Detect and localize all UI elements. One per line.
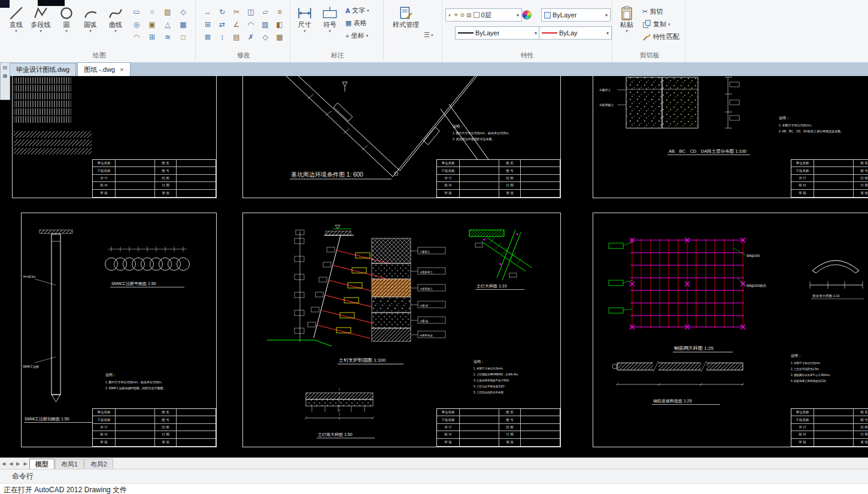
- printer-icon: ▤: [466, 12, 472, 18]
- lineweight-dropdown[interactable]: ByLay ▾: [539, 26, 612, 40]
- prev-layout-button[interactable]: ◀: [7, 461, 14, 466]
- excavation-base-line: [267, 229, 351, 346]
- rectangle-tool-button[interactable]: ▭: [129, 5, 144, 18]
- command-line-input[interactable]: 命令行: [0, 469, 868, 483]
- block-tool-button[interactable]: ⊞: [145, 31, 159, 43]
- copy-button[interactable]: 复制 ▾: [641, 18, 681, 31]
- region-tool-button[interactable]: ▣: [145, 18, 159, 31]
- chevron-down-icon: ▾: [89, 29, 92, 33]
- text-button[interactable]: A 文字 ▾: [344, 4, 371, 17]
- line-button[interactable]: 直线 ▾: [5, 4, 28, 48]
- table-tool-button[interactable]: ▦: [176, 18, 190, 31]
- break-tool-button[interactable]: ◧: [272, 18, 287, 31]
- mirror-tool-button[interactable]: ◫: [244, 5, 258, 18]
- mesh-spacing-label: Φ8@200: [746, 254, 760, 257]
- drain-pipe-title: 泄水管大样图 1:10: [812, 294, 839, 298]
- title-block: 单位名称图 名 工程名称图 号 设 计比 例 校 对日 期 审 核第 张: [436, 408, 560, 447]
- lap-splice-title: 钢筋搭接构造图 1:25: [652, 399, 692, 404]
- nail-head-boxes: [308, 247, 335, 327]
- erase-tool-button[interactable]: ✗: [244, 31, 258, 43]
- fillet-tool-button[interactable]: ◠: [244, 18, 258, 31]
- diagonal-hatch-bands: [14, 131, 92, 154]
- properties-row-1: ◐ ☀ ⊘ ▤ 0层 ▾ ByLayer ▾: [445, 8, 609, 22]
- polygon-tool-button[interactable]: ◇: [176, 5, 190, 18]
- color-wheel-icon[interactable]: [522, 10, 532, 20]
- boundary-tool-button[interactable]: □: [176, 31, 190, 43]
- revcloud-tool-button[interactable]: ◠: [129, 31, 144, 43]
- ellipse-tool-button[interactable]: ○: [145, 5, 159, 18]
- svg-text:0.1: 0.1: [325, 11, 332, 17]
- last-layout-button[interactable]: ▶: [22, 461, 29, 466]
- menu-icon: ☰: [424, 31, 430, 39]
- close-tab-icon[interactable]: ×: [120, 66, 123, 73]
- soil-layer-texts: ①素填土 ②粉质黏土 ③淤泥质土 ④粉 砂 ⑤圆 砾 ⑥强风化岩: [420, 250, 433, 337]
- lineweight-value: ByLay: [559, 29, 578, 37]
- circle-button[interactable]: 圆 ▾: [57, 4, 75, 48]
- wipeout-tool-button[interactable]: ≋: [160, 31, 175, 43]
- title-block-grid: 单位名称图 名 工程名称图 号 设 计比 例 校 对日 期 审 核第 张: [791, 409, 868, 446]
- linetype-dropdown[interactable]: ByLayer ▾: [455, 26, 540, 40]
- draw-group-label: 绘图: [4, 51, 195, 60]
- palette-toggle-button-2[interactable]: ▦: [3, 73, 8, 79]
- lengthen-tool-button[interactable]: ↕: [215, 31, 229, 43]
- svg-text:⑤圆 砾: ⑤圆 砾: [420, 320, 429, 323]
- chevron-down-icon: ▾: [40, 29, 42, 33]
- donut-tool-button[interactable]: ◎: [129, 18, 144, 31]
- stretch-tool-button[interactable]: ⇄: [215, 18, 229, 31]
- drawing-sheet-6: Φ8@200 Φ8@200双向 钢筋网大样图 1:25 泄水管大样图 1:10: [593, 213, 868, 447]
- copy-label: 复制: [653, 20, 666, 29]
- coordinate-label: 坐标: [351, 31, 364, 40]
- tab-layout2[interactable]: 布局2: [84, 459, 113, 469]
- chevron-down-icon: ▾: [606, 31, 609, 36]
- notes-title: 说明：: [105, 373, 116, 377]
- note-line: 4. 土钉与水平面夹角为15°。: [474, 384, 508, 389]
- drawing-canvas[interactable]: 单位名称图 名 工程名称图 号 设 计比 例 校 对日 期 审 核第 张: [0, 76, 868, 457]
- offset-tool-button[interactable]: ▱: [258, 5, 272, 18]
- style-manager-button[interactable]: 样式管理: [389, 4, 423, 48]
- tab-model[interactable]: 模型: [29, 459, 54, 469]
- cut-label: 剪切: [650, 7, 663, 16]
- hatch-tool-button[interactable]: ▨: [160, 5, 175, 18]
- dimension-button[interactable]: 尺寸 ▾: [293, 4, 316, 48]
- scale-tool-button[interactable]: ⊞: [201, 18, 215, 31]
- style-list-button[interactable]: ☰ ▾: [424, 31, 433, 39]
- rotate-tool-button[interactable]: ↻: [215, 5, 229, 18]
- tab-layout1[interactable]: 布局1: [55, 459, 84, 469]
- point-tool-button[interactable]: △: [160, 18, 175, 31]
- coordinate-button[interactable]: + 坐标 ▾: [344, 29, 371, 42]
- layer-control[interactable]: ◐ ☀ ⊘ ▤ 0层 ▾: [445, 8, 522, 22]
- move-tool-button[interactable]: ↔: [201, 5, 215, 18]
- first-layout-button[interactable]: ◀: [0, 461, 7, 466]
- trim-tool-button[interactable]: ✂: [229, 5, 244, 18]
- svg-text:①素填土: ①素填土: [420, 250, 430, 253]
- note-line: 1. 本图尺寸单位均为mm。: [779, 123, 814, 128]
- arc-button[interactable]: 圆弧 ▾: [79, 4, 102, 48]
- line-label: 直线: [10, 21, 23, 29]
- doc-tab-2[interactable]: 图纸 -.dwg ×: [77, 62, 130, 76]
- array-tool-button[interactable]: ≡: [272, 5, 287, 18]
- join-tool-button[interactable]: ⊠: [201, 31, 215, 43]
- explode-tool-button[interactable]: ▨: [258, 18, 272, 31]
- next-layout-button[interactable]: ▶: [14, 461, 22, 466]
- table-button[interactable]: ▦ 表格: [344, 17, 371, 29]
- match-properties-label: 特性匹配: [653, 32, 679, 41]
- chamfer-tool-button[interactable]: ∠: [229, 18, 244, 31]
- polyline-button[interactable]: 多段线 ▾: [28, 4, 54, 48]
- paste-button[interactable]: 粘贴 ▾: [615, 4, 638, 48]
- ribbon-group-clipboard: 粘贴 ▾ ✂ 剪切 复制 ▾ 特性匹配: [614, 0, 685, 62]
- doc-tab-1[interactable]: 毕业设计图纸.dwg: [10, 63, 76, 76]
- color-dropdown[interactable]: ByLayer ▾: [541, 8, 611, 22]
- note-line: 2. 基坑周边环境现状详见本图。: [453, 137, 495, 141]
- copy-tool-button[interactable]: ◇: [258, 31, 272, 43]
- spline-button[interactable]: 曲线 ▾: [104, 4, 127, 48]
- palette-toggle-button-1[interactable]: ▤: [3, 65, 8, 71]
- docked-mini-toolbar: ▤ ▦: [0, 62, 10, 100]
- ribbon-group-modify: ↔ ↻ ✂ ◫ ▱ ≡ ⊞ ⇄ ∠ ◠ ▨ ◧ ⊠ ↕ ▤ ✗ ◇ ▦ 修改: [198, 0, 290, 62]
- symbol-button[interactable]: 0.1 符号 ▾: [318, 4, 341, 48]
- match-properties-button[interactable]: 特性匹配: [641, 31, 681, 43]
- edit-hatch-tool-button[interactable]: ▤: [229, 31, 244, 43]
- cut-button[interactable]: ✂ 剪切: [641, 5, 681, 18]
- align-tool-button[interactable]: ▦: [272, 31, 287, 43]
- polyline-label: 多段线: [31, 21, 51, 29]
- chevron-down-icon: ▾: [65, 29, 68, 33]
